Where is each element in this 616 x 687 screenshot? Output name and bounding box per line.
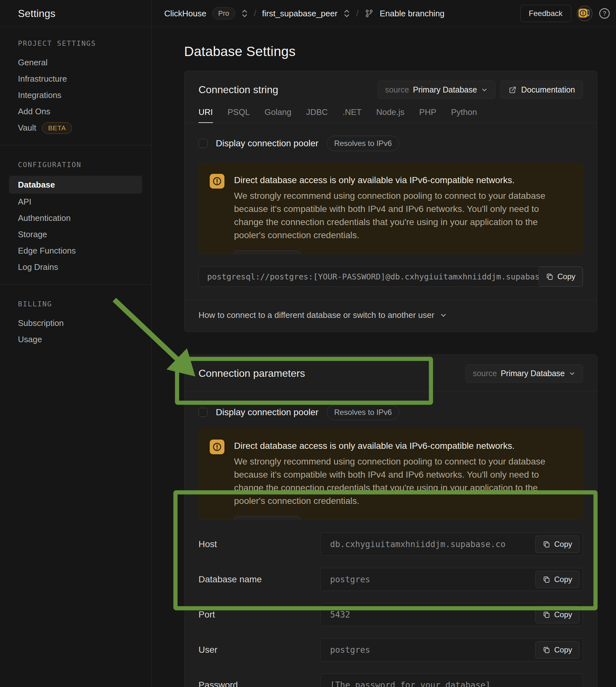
connection-uri-box[interactable]: postgresql://postgres:[YOUR-PASSWORD]@db… [198, 266, 583, 287]
copy-label: Copy [554, 575, 572, 584]
settings-app: Settings ClickHouse Pro / first_supabase… [0, 0, 616, 687]
sidebar-item-integrations[interactable]: Integrations [0, 87, 151, 104]
database-name-field[interactable]: postgres Copy [320, 568, 583, 591]
port-field[interactable]: 5432 Copy [320, 603, 583, 626]
copy-database-name-button[interactable]: Copy [535, 571, 579, 588]
tab-nodejs[interactable]: Node.js [376, 107, 404, 123]
copy-label: Copy [557, 272, 575, 281]
page-title: Database Settings [184, 44, 597, 59]
sidebar-item-api[interactable]: API [0, 194, 151, 210]
sidebar-item-add-ons[interactable]: Add Ons [0, 104, 151, 120]
connection-string-body: Display connection pooler Resolves to IP… [184, 123, 597, 300]
chevron-down-icon [440, 311, 447, 319]
copy-icon [543, 540, 550, 548]
documentation-button[interactable]: Documentation [501, 81, 583, 99]
copy-label: Copy [554, 610, 572, 619]
tab-php[interactable]: PHP [419, 107, 436, 123]
param-label: Host [198, 539, 320, 549]
tab-dotnet[interactable]: .NET [343, 107, 361, 123]
sidebar-section-billing: BILLING Subscription Usage [0, 284, 151, 357]
notifications-button[interactable] [577, 6, 592, 21]
password-field[interactable] [320, 673, 583, 687]
connection-parameters-body: Display connection pooler Resolves to IP… [184, 392, 597, 687]
connection-string-tabs: URI PSQL Golang JDBC .NET Node.js PHP Py… [184, 107, 597, 123]
feedback-button[interactable]: Feedback [520, 5, 571, 22]
pooler-row: Display connection pooler Resolves to IP… [198, 135, 583, 152]
org-plan-badge: Pro [212, 7, 235, 20]
breadcrumb-org[interactable]: ClickHouse [164, 9, 206, 19]
tab-jdbc[interactable]: JDBC [306, 107, 328, 123]
warning-content: Direct database access is only available… [234, 173, 571, 243]
connection-uri-value: postgresql://postgres:[YOUR-PASSWORD]@db… [207, 272, 583, 281]
learn-more-button[interactable]: Learn more [234, 516, 300, 520]
learn-more-button[interactable]: Learn more [234, 250, 300, 254]
sidebar-item-authentication[interactable]: Authentication [0, 210, 151, 226]
sidebar-item-log-drains[interactable]: Log Drains [0, 259, 151, 275]
tab-uri[interactable]: URI [198, 107, 213, 123]
display-connection-pooler-checkbox[interactable] [198, 408, 207, 417]
beta-badge: BETA [42, 122, 72, 134]
connection-parameters-card: Connection parameters source Primary Dat… [184, 354, 597, 687]
copy-icon [543, 611, 550, 619]
external-link-icon [508, 86, 517, 94]
param-label: Port [198, 610, 320, 620]
sidebar-section-project-settings: PROJECT SETTINGS General Infrastructure … [0, 39, 151, 145]
sidebar-header: Settings [0, 0, 151, 27]
user-field[interactable]: postgres Copy [320, 638, 583, 661]
connection-string-card: Connection string source Primary Databas… [184, 71, 597, 332]
connection-string-footer[interactable]: How to connect to a different database o… [184, 300, 597, 332]
copy-uri-button[interactable]: Copy [538, 267, 583, 287]
pooler-label: Display connection pooler [216, 138, 318, 149]
copy-icon [543, 646, 550, 654]
copy-host-button[interactable]: Copy [535, 536, 579, 553]
breadcrumb-project[interactable]: first_supabase_peer [262, 9, 338, 19]
project-select-chevrons-icon[interactable] [343, 9, 350, 18]
sidebar-item-vault[interactable]: Vault BETA [0, 120, 151, 136]
sidebar-item-infrastructure[interactable]: Infrastructure [0, 71, 151, 87]
help-button[interactable]: ? [598, 7, 611, 20]
sidebar-item-edge-functions[interactable]: Edge Functions [0, 243, 151, 259]
card-title: Connection parameters [198, 368, 305, 379]
sidebar-item-storage[interactable]: Storage [0, 226, 151, 243]
tab-psql[interactable]: PSQL [228, 107, 250, 123]
ipv6-warning: Direct database access is only available… [198, 163, 583, 254]
warning-icon [210, 174, 224, 189]
source-label: source [385, 85, 409, 94]
host-field[interactable]: db.cxhygiuitamxhniiddjm.supabase.co Copy [320, 533, 583, 556]
source-label: source [473, 369, 497, 378]
tab-python[interactable]: Python [451, 107, 477, 123]
sidebar-section-configuration: CONFIGURATION Database API Authenticatio… [0, 145, 151, 284]
sidebar-item-label: Vault [18, 123, 36, 133]
password-input[interactable] [330, 680, 573, 687]
tab-golang[interactable]: Golang [264, 107, 291, 123]
param-row-password: Password [198, 673, 583, 687]
param-label: Database name [198, 574, 320, 584]
copy-label: Copy [554, 645, 572, 655]
sidebar-nav: PROJECT SETTINGS General Infrastructure … [0, 27, 151, 687]
display-connection-pooler-checkbox[interactable] [198, 139, 207, 148]
org-select-chevrons-icon[interactable] [241, 9, 248, 18]
pooler-label: Display connection pooler [216, 407, 318, 418]
card-title: Connection string [198, 84, 278, 96]
copy-port-button[interactable]: Copy [535, 606, 579, 623]
source-select[interactable]: source Primary Database [465, 364, 583, 382]
copy-user-button[interactable]: Copy [535, 641, 579, 659]
sidebar-item-subscription[interactable]: Subscription [0, 315, 151, 331]
footer-expander-label: How to connect to a different database o… [198, 310, 435, 320]
user-value: postgres [330, 645, 370, 655]
sidebar-item-database[interactable]: Database [9, 176, 142, 194]
enable-branching-button[interactable]: Enable branching [380, 9, 444, 19]
database-name-value: postgres [330, 575, 370, 584]
section-label: BILLING [0, 300, 151, 308]
connection-string-header: Connection string source Primary Databas… [184, 71, 597, 99]
topbar: ClickHouse Pro / first_supabase_peer / E… [151, 0, 616, 27]
copy-icon [546, 273, 554, 281]
sidebar-item-usage[interactable]: Usage [0, 331, 151, 348]
param-label: User [198, 645, 320, 655]
sidebar-item-general[interactable]: General [0, 54, 151, 71]
pooler-row: Display connection pooler Resolves to IP… [198, 404, 583, 421]
host-value: db.cxhygiuitamxhniiddjm.supabase.co [330, 539, 506, 549]
ipv6-warning: Direct database access is only available… [198, 428, 583, 520]
git-branch-icon [364, 9, 374, 18]
source-select[interactable]: source Primary Database [378, 81, 495, 99]
